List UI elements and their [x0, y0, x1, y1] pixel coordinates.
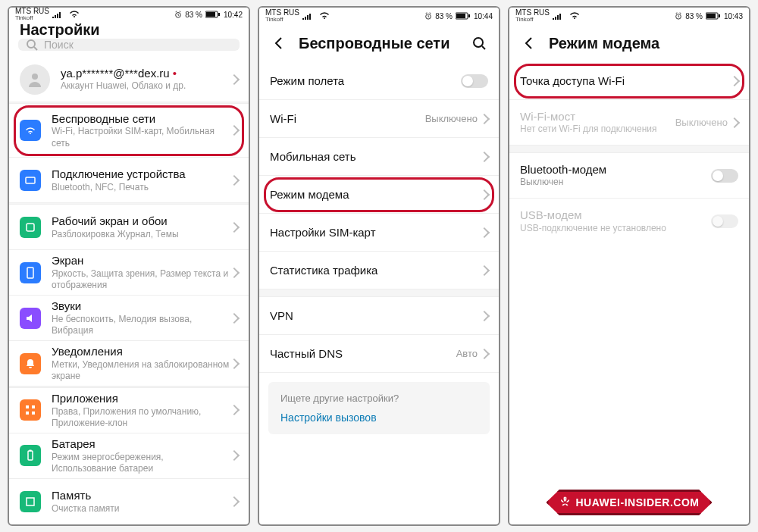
alarm-icon	[424, 12, 432, 20]
other-settings-panel: Ищете другие настройки? Настройки вызово…	[268, 382, 490, 434]
battery-icon	[706, 12, 721, 20]
wifi-icon	[69, 11, 80, 18]
account-name: ya.p*******@***dex.ru	[61, 67, 170, 80]
phone-1: MTS RUSTinkoff 83 % 10:42 Настройки Поис…	[8, 6, 250, 526]
svg-point-4	[27, 40, 35, 48]
svg-rect-12	[32, 412, 35, 415]
page-title: Режим модема	[549, 35, 738, 52]
storage-tile-icon	[20, 491, 41, 512]
svg-rect-9	[26, 405, 29, 408]
display-tile-icon	[20, 262, 41, 283]
connection-tile-icon	[20, 170, 41, 191]
svg-rect-8	[27, 268, 33, 278]
svg-rect-18	[456, 14, 465, 18]
search-input[interactable]: Поиск	[18, 39, 240, 51]
bell-tile-icon	[20, 353, 41, 374]
phone-3: MTS RUSTinkoff 83 % 10:43 Режим модема Т…	[508, 6, 750, 526]
row-battery[interactable]: БатареяРежим энергосбережения, Использов…	[9, 433, 249, 479]
sounds-tile-icon	[20, 308, 41, 329]
header: Беспроводные сети	[259, 24, 499, 62]
page-title: Беспроводные сети	[299, 35, 459, 52]
huawei-logo-icon	[559, 496, 572, 509]
row-apps[interactable]: ПриложенияПрава, Приложения по умолчанию…	[9, 388, 249, 433]
wifi-icon	[569, 12, 580, 20]
call-settings-link[interactable]: Настройки вызовов	[280, 412, 478, 424]
wifi-tile-icon	[20, 120, 41, 141]
alarm-icon	[174, 11, 182, 18]
row-mobile[interactable]: Мобильная сеть	[259, 138, 499, 176]
svg-rect-2	[206, 12, 215, 17]
svg-rect-15	[27, 498, 34, 505]
search-icon	[26, 39, 38, 51]
row-display[interactable]: ЭкранЯркость, Защита зрения, Размер текс…	[9, 250, 249, 296]
svg-rect-7	[27, 224, 34, 231]
svg-rect-24	[719, 14, 720, 17]
clock: 10:43	[724, 12, 743, 20]
row-homescreen[interactable]: Рабочий экран и обоиРазблокировка Журнал…	[9, 205, 249, 250]
search-button[interactable]	[470, 34, 488, 52]
svg-rect-10	[32, 405, 35, 408]
clock: 10:42	[224, 11, 243, 19]
account-sub: Аккаунт Huawei, Облако и др.	[61, 80, 230, 92]
apps-tile-icon	[20, 399, 41, 421]
row-bt-modem[interactable]: Bluetooth-модем Выключен	[509, 153, 749, 199]
usb-modem-toggle	[711, 214, 738, 228]
back-button[interactable]	[270, 34, 288, 52]
row-notifications[interactable]: УведомленияМетки, Уведомления на заблоки…	[9, 341, 249, 386]
row-storage[interactable]: ПамятьОчистка памяти	[9, 479, 249, 524]
row-wireless[interactable]: Беспроводные сетиWi-Fi, Настройки SIM-ка…	[9, 104, 249, 158]
row-usb-modem: USB-модем USB-подключение не установлено	[509, 199, 749, 244]
header: Настройки	[9, 21, 249, 39]
wifi-icon	[319, 12, 330, 20]
svg-rect-3	[218, 13, 220, 16]
alarm-icon	[675, 12, 682, 20]
homescreen-tile-icon	[20, 217, 41, 238]
signal-icon	[302, 12, 316, 20]
battery-percent: 83 %	[185, 11, 202, 19]
status-bar: MTS RUSTinkoff 83 % 10:43	[509, 8, 749, 24]
phone-2: MTS RUSTinkoff 83 % 10:44 Беспроводные с…	[258, 6, 500, 526]
svg-rect-14	[30, 450, 32, 452]
row-wifi[interactable]: Wi-Fi Выключено	[259, 100, 499, 138]
battery-tile-icon	[20, 445, 41, 466]
row-vpn[interactable]: VPN	[259, 297, 499, 335]
status-bar: MTS RUSTinkoff 83 % 10:44	[259, 8, 499, 24]
airplane-toggle[interactable]	[461, 74, 488, 88]
signal-icon	[52, 11, 66, 18]
battery-icon	[456, 12, 471, 20]
clock: 10:44	[474, 12, 493, 20]
svg-rect-13	[28, 451, 33, 460]
row-airplane[interactable]: Режим полета	[259, 62, 499, 100]
header: Режим модема	[509, 24, 749, 62]
svg-point-5	[32, 74, 38, 80]
svg-point-20	[474, 38, 483, 47]
avatar	[20, 64, 50, 95]
svg-rect-19	[468, 14, 470, 17]
status-bar: MTS RUSTinkoff 83 % 10:42	[9, 8, 249, 21]
battery-icon	[205, 11, 221, 18]
row-hotspot[interactable]: Точка доступа Wi-Fi	[509, 62, 749, 100]
back-button[interactable]	[520, 34, 538, 52]
watermark: HUAWEI-INSIDER.COM	[547, 490, 713, 515]
bt-modem-toggle[interactable]	[711, 169, 738, 183]
row-tethering[interactable]: Режим модема	[259, 176, 499, 214]
svg-rect-23	[706, 14, 716, 18]
carrier-label: MTS RUSTinkoff	[15, 8, 49, 21]
row-sounds[interactable]: ЗвукиНе беспокоить, Мелодия вызова, Вибр…	[9, 296, 249, 341]
row-sim[interactable]: Настройки SIM-карт	[259, 214, 499, 252]
page-title: Настройки	[20, 21, 238, 39]
account-row[interactable]: ya.p*******@***dex.ru • Аккаунт Huawei, …	[9, 57, 249, 102]
signal-icon	[553, 12, 566, 20]
svg-rect-11	[26, 412, 29, 415]
row-dns[interactable]: Частный DNS Авто	[259, 335, 499, 373]
row-traffic[interactable]: Статистика трафика	[259, 252, 499, 289]
row-connection[interactable]: Подключение устройстваBluetooth, NFC, Пе…	[9, 158, 249, 203]
row-wifi-bridge: Wi-Fi-мост Нет сети Wi-Fi для подключени…	[509, 100, 749, 146]
svg-rect-6	[26, 177, 35, 183]
